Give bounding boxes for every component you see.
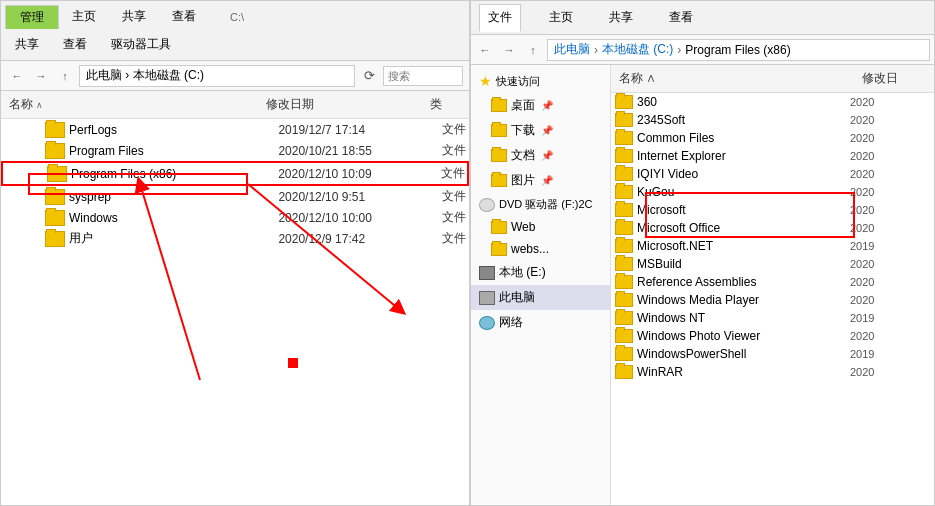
nav-item-network[interactable]: 网络 [471,310,610,335]
left-file-list: PerfLogs 2019/12/7 17:14 文件 Program File… [1,119,469,505]
right-sort-indicator: ∧ [646,71,656,85]
up-btn-left[interactable]: ↑ [55,66,75,86]
left-file-explorer: 管理 主页 共享 查看 C:\ 共享 查看 驱动器工具 ← → ↑ 此电脑 › … [0,0,470,506]
right-file-name: Reference Assemblies [637,275,850,289]
forward-btn-left[interactable]: → [31,66,51,86]
left-file-name: PerfLogs [69,123,278,137]
star-icon: ★ [479,73,492,89]
right-file-row[interactable]: WinRAR 2020 [611,363,934,381]
folder-icon-right [615,149,633,163]
tab-file-right[interactable]: 文件 [479,4,521,32]
folder-icon-right [615,95,633,109]
right-file-name: WindowsPowerShell [637,347,850,361]
right-file-name: Common Files [637,131,850,145]
right-ribbon: 文件 主页 共享 查看 [471,1,934,35]
forward-btn-right[interactable]: → [499,40,519,60]
left-file-date: 2020/12/9 17:42 [278,232,442,246]
right-file-row[interactable]: MSBuild 2020 [611,255,934,273]
left-file-row[interactable]: Program Files (x86) 2020/12/10 10:09 文件 [1,161,469,186]
right-file-row[interactable]: Internet Explorer 2020 [611,147,934,165]
left-file-name: Windows [69,211,278,225]
col-header-type-left[interactable]: 类 [422,93,469,116]
nav-item-web[interactable]: Web [471,216,610,238]
folder-icon-right [615,365,633,379]
right-address-path[interactable]: 此电脑 › 本地磁盘 (C:) › Program Files (x86) [547,39,930,61]
tab-view-left[interactable]: 查看 [159,5,209,29]
right-file-row[interactable]: Windows Media Player 2020 [611,291,934,309]
back-btn-left[interactable]: ← [7,66,27,86]
left-file-date: 2020/10/21 18:55 [278,144,442,158]
right-file-date: 2020 [850,114,930,126]
search-input-left[interactable] [383,66,463,86]
tab-share-right[interactable]: 共享 [601,5,641,30]
right-file-name: Windows Media Player [637,293,850,307]
right-file-row[interactable]: 2345Soft 2020 [611,111,934,129]
col-header-date-left[interactable]: 修改日期 [258,93,422,116]
tab-share-left[interactable]: 共享 [109,5,159,29]
right-file-row[interactable]: Windows Photo Viewer 2020 [611,327,934,345]
nav-item-computer[interactable]: 此电脑 [471,285,610,310]
right-file-row[interactable]: Microsoft Office 2020 [611,219,934,237]
nav-item-desktop[interactable]: 桌面 📌 [471,93,610,118]
path-label-left: C:\ [217,5,257,29]
nav-item-docs[interactable]: 文档 📌 [471,143,610,168]
nav-label-network: 网络 [499,314,523,331]
tab-view-right[interactable]: 查看 [661,5,701,30]
tab-home-left[interactable]: 主页 [59,5,109,29]
view-btn[interactable]: 查看 [57,34,93,55]
nav-tree: ★ 快速访问 桌面 📌 下载 📌 文档 📌 图片 📌 [471,65,611,505]
right-file-row[interactable]: Microsoft.NET 2019 [611,237,934,255]
left-file-name: Program Files (x86) [71,167,278,181]
driver-tools-btn[interactable]: 驱动器工具 [105,34,177,55]
nav-item-pictures[interactable]: 图片 📌 [471,168,610,193]
right-file-row[interactable]: IQIYI Video 2020 [611,165,934,183]
nav-item-webs[interactable]: webs... [471,238,610,260]
right-file-date: 2020 [850,366,930,378]
up-btn-right[interactable]: ↑ [523,40,543,60]
right-address-bar: ← → ↑ 此电脑 › 本地磁盘 (C:) › Program Files (x… [471,35,934,65]
breadcrumb-disk[interactable]: 本地磁盘 (C:) [602,41,673,58]
refresh-btn-left[interactable]: ⟳ [359,66,379,86]
right-file-name: Microsoft.NET [637,239,850,253]
right-files-container: 360 2020 2345Soft 2020 Common Files 2020… [611,93,934,381]
right-file-name: Microsoft Office [637,221,850,235]
right-file-row[interactable]: KuGou 2020 [611,183,934,201]
nav-label-dvd: DVD 驱动器 (F:)2C [499,197,593,212]
left-file-name: sysprep [69,190,278,204]
back-btn-right[interactable]: ← [475,40,495,60]
left-file-row[interactable]: sysprep 2020/12/10 9:51 文件 [1,186,469,207]
left-file-row[interactable]: Windows 2020/12/10 10:00 文件 [1,207,469,228]
left-file-row[interactable]: PerfLogs 2019/12/7 17:14 文件 [1,119,469,140]
breadcrumb-pc[interactable]: 此电脑 [554,41,590,58]
folder-icon-right [615,167,633,181]
share-btn[interactable]: 共享 [9,34,45,55]
folder-icon-left [47,166,67,182]
left-file-type: 文件 [442,142,466,159]
right-file-date: 2020 [850,186,930,198]
tab-home-right[interactable]: 主页 [541,5,581,30]
breadcrumb-sep1: › [594,43,598,57]
folder-icon-left [45,189,65,205]
right-file-row[interactable]: WindowsPowerShell 2019 [611,345,934,363]
right-file-row[interactable]: Windows NT 2019 [611,309,934,327]
right-file-name: MSBuild [637,257,850,271]
nav-item-download[interactable]: 下载 📌 [471,118,610,143]
right-file-row[interactable]: Reference Assemblies 2020 [611,273,934,291]
folder-icon-right [615,113,633,127]
left-file-row[interactable]: Program Files 2020/10/21 18:55 文件 [1,140,469,161]
nav-item-dvd[interactable]: DVD 驱动器 (F:)2C [471,193,610,216]
breadcrumb-left: 此电脑 › 本地磁盘 (C:) [86,67,204,84]
right-col-header-name[interactable]: 名称 ∧ [611,67,854,90]
address-path-left[interactable]: 此电脑 › 本地磁盘 (C:) [79,65,355,87]
right-file-row[interactable]: 360 2020 [611,93,934,111]
col-header-name-left[interactable]: 名称 ∧ [1,93,258,116]
nav-item-edisk[interactable]: 本地 (E:) [471,260,610,285]
tab-manage[interactable]: 管理 [5,5,59,29]
right-file-row[interactable]: Common Files 2020 [611,129,934,147]
right-file-name: Microsoft [637,203,850,217]
right-file-row[interactable]: Microsoft 2020 [611,201,934,219]
pin-icon-download: 📌 [541,125,553,136]
folder-icon-pictures [491,174,507,187]
left-file-row[interactable]: 用户 2020/12/9 17:42 文件 [1,228,469,249]
right-col-header-date[interactable]: 修改日 [854,67,934,90]
